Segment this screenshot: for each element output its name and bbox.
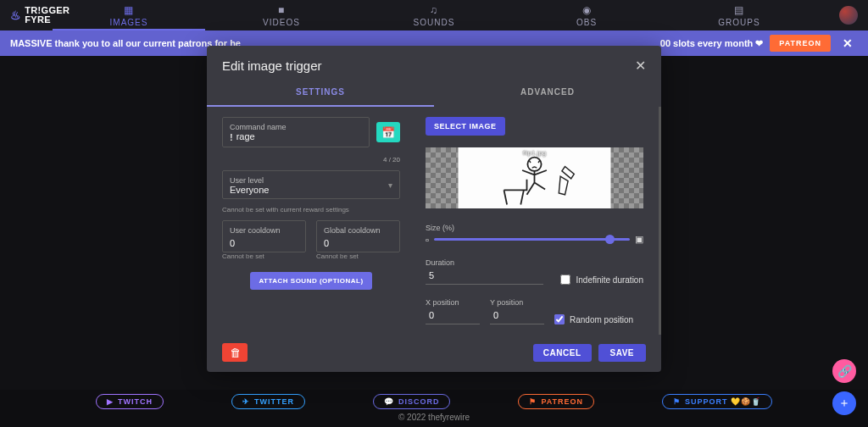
global-cooldown-input[interactable] [324,238,392,250]
user-level-value: Everyone [230,185,392,197]
command-counter: 4 / 20 [222,156,400,164]
xpos-input[interactable] [426,307,480,324]
modal-title: Edit image trigger [222,58,322,73]
user-cooldown-input[interactable] [230,238,298,250]
duration-input[interactable] [426,267,543,285]
trash-icon: 🗑 [230,347,241,359]
size-slider[interactable] [434,238,630,241]
large-image-icon: ▣ [635,234,643,245]
save-button[interactable]: SAVE [598,344,647,362]
modal: Edit image trigger ✕ SETTINGS ADVANCED C… [207,46,661,372]
cancel-button[interactable]: CANCEL [533,344,592,362]
small-image-icon: ▫ [426,235,429,245]
chevron-down-icon: ▾ [388,180,392,190]
command-name-input[interactable] [236,131,362,143]
preview-filename: flip1.jpg [523,149,547,157]
indefinite-label: Indefinite duration [576,275,643,285]
indefinite-duration-row[interactable]: Indefinite duration [560,274,643,285]
calendar-icon: 📅 [381,126,395,139]
global-cooldown-helper: Cannot be set [316,252,400,260]
left-column: Command name ! 📅 4 / 20 User level Every… [222,117,400,324]
modal-backdrop: Edit image trigger ✕ SETTINGS ADVANCED C… [0,0,868,427]
random-position-label: Random position [570,315,633,324]
modal-close-button[interactable]: ✕ [635,58,646,74]
user-cooldown-helper: Cannot be set [222,252,306,260]
modal-footer: 🗑 CANCEL SAVE [207,335,661,372]
duration-label: Duration [426,258,543,267]
modal-header: Edit image trigger ✕ [207,46,661,79]
modal-tabs: SETTINGS ADVANCED [207,79,661,107]
command-prefix: ! [230,132,233,142]
reward-button[interactable]: 📅 [376,122,400,142]
select-image-button[interactable]: SELECT IMAGE [426,117,505,136]
delete-button[interactable]: 🗑 [222,343,248,362]
global-cooldown-label: Global cooldown [324,226,392,235]
xpos-label: X position [426,298,480,307]
user-level-label: User level [230,176,392,185]
command-name-label: Command name [230,123,362,131]
user-cooldown-label: User cooldown [230,226,298,235]
right-column: SELECT IMAGE flip1.jpg Size (%) [426,117,643,324]
modal-body: Command name ! 📅 4 / 20 User level Every… [207,107,661,335]
indefinite-checkbox[interactable] [560,274,570,285]
ypos-input[interactable] [490,307,544,324]
size-label: Size (%) [426,224,643,232]
user-cooldown-field[interactable]: User cooldown [222,220,306,252]
command-name-field[interactable]: Command name ! [222,117,370,147]
attach-sound-button[interactable]: ATTACH SOUND (OPTIONAL) [250,272,371,290]
tab-settings[interactable]: SETTINGS [207,79,434,107]
global-cooldown-field[interactable]: Global cooldown [316,220,400,252]
user-level-field[interactable]: User level Everyone ▾ [222,170,400,199]
image-preview[interactable]: flip1.jpg [426,147,643,208]
user-level-helper: Cannot be set with current reward settin… [222,206,400,214]
ypos-label: Y position [490,298,544,307]
random-position-checkbox[interactable] [554,314,565,324]
random-position-row[interactable]: Random position [554,314,643,324]
tab-advanced[interactable]: ADVANCED [434,79,661,107]
